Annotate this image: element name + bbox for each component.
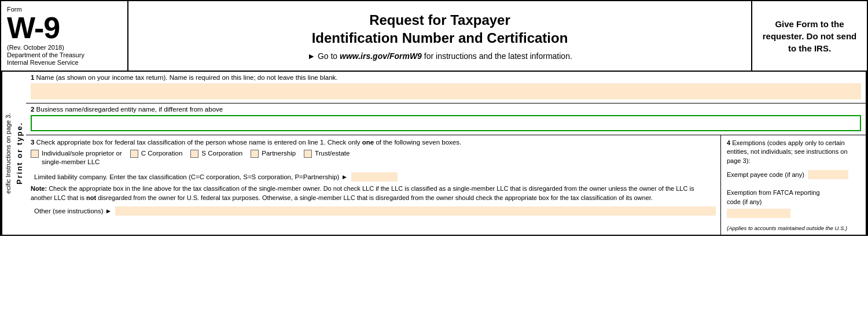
w9-form: Form W-9 (Rev. October 2018) Department … [0,0,868,236]
header-center: Request for Taxpayer Identification Numb… [128,1,751,71]
side-print-label: Print or type. [15,122,24,184]
checkbox-individual: Individual/sole proprietor orsingle-memb… [31,149,122,166]
checkbox-s-corp: S Corporation [190,149,242,158]
other-input[interactable] [115,206,716,216]
side-label: ecific Instructions on page 3. Print or … [1,72,26,235]
field-2: 2 Business name/disregarded entity name,… [26,103,866,135]
note-text: Note: Check the appropriate box in the l… [31,184,716,203]
exempt-payee-row: Exempt payee code (if any) [727,170,860,179]
form-body: ecific Instructions on page 3. Print or … [1,72,867,235]
field-1-input[interactable] [31,83,861,99]
checkbox-partnership: Partnership [251,149,296,158]
give-text: Give Form to the requester. Do not send … [759,18,860,54]
llc-row: Limited liability company. Enter the tax… [31,172,716,182]
dept-line1: Department of the Treasury [7,51,122,58]
w9-title: W-9 [7,13,122,43]
field-1: 1 Name (as shown on your income tax retu… [26,72,866,103]
fatca-input[interactable] [727,209,790,218]
other-label: Other (see instructions) ► [34,208,112,214]
checkbox-individual-box[interactable] [31,150,39,158]
llc-text: Limited liability company. Enter the tax… [34,173,348,180]
field-2-label: 2 Business name/disregarded entity name,… [31,106,861,113]
exempt-payee-label: Exempt payee code (if any) [727,171,804,178]
field-4: 4 Exemptions (codes apply only to certai… [721,135,866,235]
applies-text: (Applies to accounts maintained outside … [727,225,860,231]
checkbox-trust: Trust/estate [304,149,350,158]
side-specific-label: ecific Instructions on page 3. [5,113,12,193]
header-left: Form W-9 (Rev. October 2018) Department … [1,1,128,71]
field-3-area: 3 Check appropriate box for federal tax … [26,135,866,235]
form-header: Form W-9 (Rev. October 2018) Department … [1,1,867,72]
rev-line: (Rev. October 2018) [7,44,122,51]
checkbox-c-corp: C Corporation [130,149,183,158]
header-right: Give Form to the requester. Do not send … [751,1,867,71]
main-content: 1 Name (as shown on your income tax retu… [26,72,867,235]
main-title: Request for Taxpayer Identification Numb… [312,11,568,47]
other-row: Other (see instructions) ► [31,206,716,216]
checkbox-c-corp-box[interactable] [130,150,138,158]
checkbox-trust-box[interactable] [304,150,312,158]
exempt-payee-input[interactable] [808,170,848,179]
field-3-label: 3 Check appropriate box for federal tax … [31,139,716,146]
llc-classification-input[interactable] [351,172,398,182]
tax-classification-checkboxes: Individual/sole proprietor orsingle-memb… [31,149,716,166]
dept-line2: Internal Revenue Service [7,59,122,66]
field-4-label: 4 Exemptions (codes apply only to certai… [727,139,860,165]
field-2-input[interactable] [31,115,861,131]
field-3: 3 Check appropriate box for federal tax … [26,135,721,235]
field-1-label: 1 Name (as shown on your income tax retu… [31,74,861,81]
fatca-label: Exemption from FATCA reporting code (if … [727,188,860,206]
fatca-section: Exemption from FATCA reporting code (if … [727,188,860,221]
checkbox-s-corp-box[interactable] [190,150,198,158]
subtitle: ► Go to www.irs.gov/FormW9 for instructi… [307,51,572,61]
checkbox-partnership-box[interactable] [251,150,259,158]
